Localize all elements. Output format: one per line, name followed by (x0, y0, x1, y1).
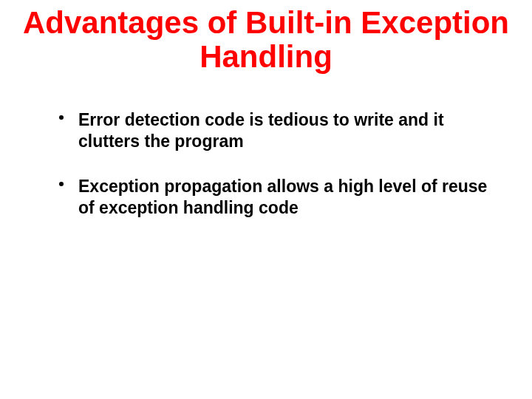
slide-content: Error detection code is tedious to write… (0, 74, 532, 218)
slide-title: Advantages of Built-in Exception Handlin… (0, 0, 532, 74)
bullet-text: Exception propagation allows a high leve… (78, 177, 487, 217)
bullet-dot-icon (59, 182, 64, 186)
slide: Advantages of Built-in Exception Handlin… (0, 0, 532, 399)
bullet-text: Error detection code is tedious to write… (78, 110, 444, 151)
bullet-item: Exception propagation allows a high leve… (59, 176, 488, 219)
bullet-dot-icon (59, 115, 64, 120)
bullet-item: Error detection code is tedious to write… (59, 109, 488, 152)
